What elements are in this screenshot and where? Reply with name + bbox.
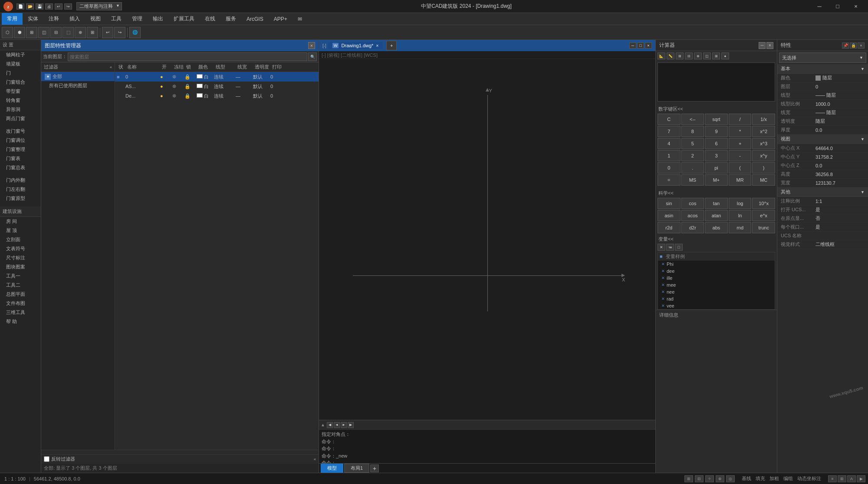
sidebar-item-twopointwindow[interactable]: 两点门窗 [0, 114, 41, 123]
menu-tab-output[interactable]: 输出 [148, 13, 168, 25]
toolbar-btn-8[interactable]: ⊞ [87, 27, 98, 38]
undo-icon[interactable]: ↩ [55, 3, 62, 10]
drawing-tab-close[interactable]: × [376, 43, 378, 48]
print-icon[interactable]: 🖨 [45, 3, 53, 10]
calc-btn-add[interactable]: + [729, 138, 752, 149]
calc-btn-mr[interactable]: MR [729, 174, 752, 186]
sidebar-item-doortable2[interactable]: 门窗总表 [0, 163, 41, 172]
props-value-linewidth[interactable]: —— 随层 [815, 109, 865, 116]
nav-prev2-btn[interactable]: ◄ [334, 422, 340, 428]
toolbar-btn-1[interactable]: ⬡ [2, 27, 13, 38]
layer-color-2[interactable]: 白 [197, 93, 214, 99]
layer-search-btn[interactable]: 🔍 [308, 52, 317, 61]
calc-btn-x2[interactable]: x^2 [752, 126, 775, 137]
props-value-trans[interactable]: 随层 [815, 118, 865, 124]
sidebar-item-changedoornum[interactable]: 改门窗号 [0, 127, 41, 136]
calc-btn-6[interactable]: 6 [705, 138, 728, 149]
props-value-linetype[interactable]: —— 随层 [815, 92, 865, 98]
menu-tab-extend[interactable]: 扩展工具 [168, 13, 200, 25]
calc-icon-7[interactable]: ⊞ [712, 52, 720, 59]
calc-btn-1x[interactable]: 1/x [752, 114, 775, 125]
props-other-header[interactable]: 其他 ▼ [777, 187, 868, 197]
calc-btn-asin[interactable]: asin [658, 210, 681, 221]
menu-tab-tools[interactable]: 工具 [106, 13, 127, 25]
props-close-btn[interactable]: × [858, 43, 865, 49]
sidebar-item-doorwindow[interactable]: 门窗组合 [0, 78, 41, 87]
layer-search-input[interactable] [68, 52, 307, 61]
sidebar-item-elevation[interactable]: 立剖面 [0, 235, 41, 244]
props-value-ucs[interactable]: 是 [815, 206, 865, 213]
toolbar-btn-5[interactable]: ⊟ [50, 27, 62, 38]
sidebar-item-doorlrflip[interactable]: 门左右翻 [0, 185, 41, 194]
calc-btn-ex[interactable]: e^x [752, 210, 775, 221]
calc-btn-rnd[interactable]: rnd [729, 222, 752, 233]
drawing-viewport[interactable]: Y X [319, 59, 655, 420]
calc-var-dee[interactable]: ✕ dee [658, 268, 775, 275]
layer-on-0[interactable]: ● [160, 74, 172, 79]
calc-icon-2[interactable]: 📏 [667, 52, 674, 59]
calc-icon-8[interactable]: ● [721, 52, 729, 59]
toolbar-btn-6[interactable]: ⬚ [62, 27, 74, 38]
menu-tab-online[interactable]: 在线 [200, 13, 220, 25]
sidebar-item-wall[interactable]: 墙梁板 [0, 59, 41, 69]
model-tab-add[interactable]: + [370, 464, 379, 472]
calc-btn-xy[interactable]: x^y [752, 150, 775, 161]
calc-btn-1[interactable]: 1 [658, 150, 681, 161]
calc-close-btn[interactable]: × [766, 42, 773, 49]
calc-btn-mul[interactable]: * [729, 126, 752, 137]
props-value-cy[interactable]: 31758.2 [815, 154, 865, 160]
props-value-width[interactable]: 123130.7 [815, 180, 865, 186]
calc-btn-r2d[interactable]: r2d [658, 222, 681, 233]
props-lock-btn[interactable]: 🔒 [850, 43, 857, 49]
calc-btn-d2r[interactable]: d2r [681, 222, 704, 233]
ortho-btn[interactable]: ⊟ [695, 475, 704, 482]
props-value-annscale[interactable]: 1:1 [815, 199, 865, 204]
calc-btn-sub[interactable]: - [729, 150, 752, 161]
sidebar-item-doorproto[interactable]: 门窗原型 [0, 194, 41, 203]
calc-btn-sqrt[interactable]: sqrt [705, 114, 728, 125]
toolbar-btn-11[interactable]: 🌐 [129, 27, 141, 38]
calc-icon-6[interactable]: ◫ [703, 52, 711, 59]
toolbar-btn-3[interactable]: ⊞ [26, 27, 37, 38]
calc-btn-7[interactable]: 7 [658, 126, 681, 137]
drawing-min-btn[interactable]: ─ [629, 43, 636, 49]
menu-tab-solid[interactable]: 实体 [23, 13, 43, 25]
save-icon[interactable]: 💾 [36, 3, 43, 10]
calc-btn-cos[interactable]: cos [681, 198, 704, 209]
drawing-collapse-arrow[interactable]: [-] [322, 43, 326, 48]
calc-minimize-btn[interactable]: ─ [759, 42, 766, 49]
model-tab-model[interactable]: 模型 [321, 464, 343, 473]
calc-btn-tan[interactable]: tan [705, 198, 728, 209]
status-group[interactable]: 编组 [782, 475, 795, 482]
calc-var-ille[interactable]: ✕ ille [658, 275, 775, 281]
grid-btn[interactable]: ⊞ [684, 475, 693, 482]
sidebar-item-axis[interactable]: 轴网柱子 [0, 50, 41, 59]
calc-btn-back[interactable]: <-- [681, 114, 704, 125]
filter-all[interactable]: ★ 全部 [41, 72, 115, 81]
calc-btn-ms[interactable]: MS [681, 174, 704, 186]
sidebar-item-blockpattern[interactable]: 图块图案 [0, 262, 41, 271]
calc-btn-lparen[interactable]: ( [729, 162, 752, 173]
calc-btn-ln[interactable]: ln [729, 210, 752, 221]
calc-icon-5[interactable]: ⊕ [694, 52, 702, 59]
col-print[interactable]: 打印 [270, 64, 283, 70]
calc-btn-2[interactable]: 2 [681, 150, 704, 161]
calc-btn-pi[interactable]: pi [705, 162, 728, 173]
props-value-thickness[interactable]: 0.0 [815, 128, 865, 133]
sidebar-item-irregularhole[interactable]: 异形洞 [0, 105, 41, 114]
sidebar-item-tool2[interactable]: 工具二 [0, 281, 41, 290]
sidebar-item-tool1[interactable]: 工具一 [0, 271, 41, 281]
calc-btn-dot[interactable]: . [681, 162, 704, 173]
calc-btn-C[interactable]: C [658, 114, 681, 125]
filter-collapse[interactable]: « [110, 65, 112, 69]
layer-hscrollbar[interactable] [41, 450, 319, 454]
filter-used[interactable]: 所有已使用的图层 [41, 81, 115, 90]
layer-on-1[interactable]: ● [160, 84, 172, 89]
sidebar-item-filelayout[interactable]: 文件布图 [0, 299, 41, 308]
calc-btn-x3[interactable]: x^3 [752, 138, 775, 149]
menu-tab-mail[interactable]: ✉ [293, 13, 307, 25]
sidebar-item-cornerwindow[interactable]: 转角窗 [0, 96, 41, 105]
calc-btn-mplus[interactable]: M+ [705, 174, 728, 186]
calc-var-Phi[interactable]: ✕ Phi [658, 261, 775, 268]
props-value-ucsorigin[interactable]: 否 [815, 215, 865, 222]
